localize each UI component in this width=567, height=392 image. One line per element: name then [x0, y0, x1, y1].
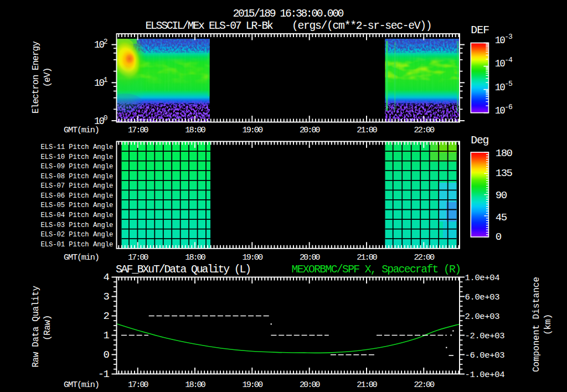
svg-text:21:00: 21:00 — [357, 125, 377, 135]
svg-text:2: 2 — [104, 310, 110, 322]
svg-text:3: 3 — [104, 291, 110, 303]
svg-text:0: 0 — [104, 114, 107, 122]
svg-text:(ergs/(cm**2-sr-sec-eV)): (ergs/(cm**2-sr-sec-eV)) — [292, 20, 431, 32]
svg-text:ELS-02 Pitch Angle: ELS-02 Pitch Angle — [41, 231, 114, 239]
svg-text:18:00: 18:00 — [185, 125, 205, 135]
svg-text:20:00: 20:00 — [300, 380, 320, 390]
svg-text:(Raw): (Raw) — [43, 315, 53, 341]
svg-text:Electron Energy: Electron Energy — [31, 41, 41, 114]
svg-text:-1.0e+04: -1.0e+04 — [465, 370, 505, 380]
svg-text:20:00: 20:00 — [300, 252, 320, 262]
svg-text:-6: -6 — [504, 103, 512, 111]
svg-text:17:00: 17:00 — [128, 380, 148, 390]
svg-text:6.0e+03: 6.0e+03 — [465, 292, 500, 302]
svg-text:ELS-11 Pitch Angle: ELS-11 Pitch Angle — [41, 143, 114, 151]
svg-text:10: 10 — [495, 58, 506, 69]
svg-text:ELS-03 Pitch Angle: ELS-03 Pitch Angle — [41, 221, 114, 229]
svg-text:22:00: 22:00 — [414, 252, 435, 262]
svg-text:22:00: 22:00 — [414, 380, 435, 390]
svg-text:-3: -3 — [504, 33, 512, 41]
svg-text:ELS-05 Pitch Angle: ELS-05 Pitch Angle — [41, 202, 114, 209]
svg-text:-4: -4 — [504, 56, 513, 64]
svg-text:2015/189 16:38:00.000: 2015/189 16:38:00.000 — [233, 8, 344, 20]
svg-text:20:00: 20:00 — [300, 125, 320, 135]
svg-text:1: 1 — [104, 329, 110, 342]
svg-text:180: 180 — [496, 147, 513, 159]
svg-text:SAF_BXuT/Data Quality (L): SAF_BXuT/Data Quality (L) — [116, 264, 250, 276]
svg-text:1.0e+04: 1.0e+04 — [465, 273, 500, 283]
svg-text:-5: -5 — [504, 80, 512, 88]
svg-text:10: 10 — [495, 105, 506, 116]
svg-text:19:00: 19:00 — [243, 252, 263, 262]
svg-text:ELS-09 Pitch Angle: ELS-09 Pitch Angle — [41, 163, 114, 171]
svg-text:0: 0 — [496, 231, 502, 243]
svg-text:GMT(min): GMT(min) — [64, 252, 99, 262]
svg-text:10: 10 — [495, 82, 506, 93]
svg-text:17:00: 17:00 — [128, 125, 148, 135]
svg-text:ELS-10 Pitch Angle: ELS-10 Pitch Angle — [41, 153, 114, 161]
svg-text:10: 10 — [94, 78, 105, 89]
svg-text:10: 10 — [495, 35, 506, 46]
svg-text:DEF: DEF — [471, 24, 489, 37]
svg-text:ELS-01 Pitch Angle: ELS-01 Pitch Angle — [41, 241, 114, 249]
svg-text:4: 4 — [104, 271, 110, 283]
svg-text:-6.0e+03: -6.0e+03 — [465, 350, 505, 360]
svg-text:ELSSCIL/MEx ELS-07 LR-Bk: ELSSCIL/MEx ELS-07 LR-Bk — [146, 20, 274, 32]
svg-text:GMT(min): GMT(min) — [64, 380, 99, 390]
svg-text:17:00: 17:00 — [128, 252, 148, 262]
svg-text:22:00: 22:00 — [414, 125, 435, 135]
svg-text:90: 90 — [496, 189, 507, 202]
svg-text:(km): (km) — [543, 314, 553, 335]
svg-text:1: 1 — [104, 76, 108, 84]
svg-text:19:00: 19:00 — [243, 380, 263, 390]
svg-text:10: 10 — [94, 39, 105, 50]
svg-text:21:00: 21:00 — [357, 252, 377, 262]
svg-text:-1: -1 — [98, 368, 110, 380]
svg-text:(eV): (eV) — [43, 68, 53, 87]
svg-text:135: 135 — [496, 167, 513, 179]
svg-text:MEXORBMC/SPF X, Spacecraft (R): MEXORBMC/SPF X, Spacecraft (R) — [292, 264, 461, 276]
svg-text:18:00: 18:00 — [185, 380, 205, 390]
svg-text:0: 0 — [104, 349, 110, 361]
svg-text:ELS-08 Pitch Angle: ELS-08 Pitch Angle — [41, 173, 114, 180]
svg-text:2.0e+03: 2.0e+03 — [465, 312, 500, 322]
svg-text:45: 45 — [496, 212, 507, 224]
svg-text:18:00: 18:00 — [185, 252, 205, 262]
svg-text:19:00: 19:00 — [243, 125, 263, 135]
svg-text:21:00: 21:00 — [357, 380, 377, 390]
svg-text:Deg: Deg — [471, 135, 488, 147]
svg-text:ELS-04 Pitch Angle: ELS-04 Pitch Angle — [41, 212, 114, 219]
svg-text:ELS-06 Pitch Angle: ELS-06 Pitch Angle — [41, 192, 114, 200]
svg-text:GMT(min): GMT(min) — [64, 125, 99, 135]
svg-text:-2.0e+03: -2.0e+03 — [465, 331, 505, 341]
svg-text:ELS-07 Pitch Angle: ELS-07 Pitch Angle — [41, 182, 114, 190]
svg-text:Component Distance: Component Distance — [532, 277, 542, 372]
svg-text:2: 2 — [104, 38, 107, 46]
svg-text:Raw Data Quality: Raw Data Quality — [31, 286, 41, 368]
